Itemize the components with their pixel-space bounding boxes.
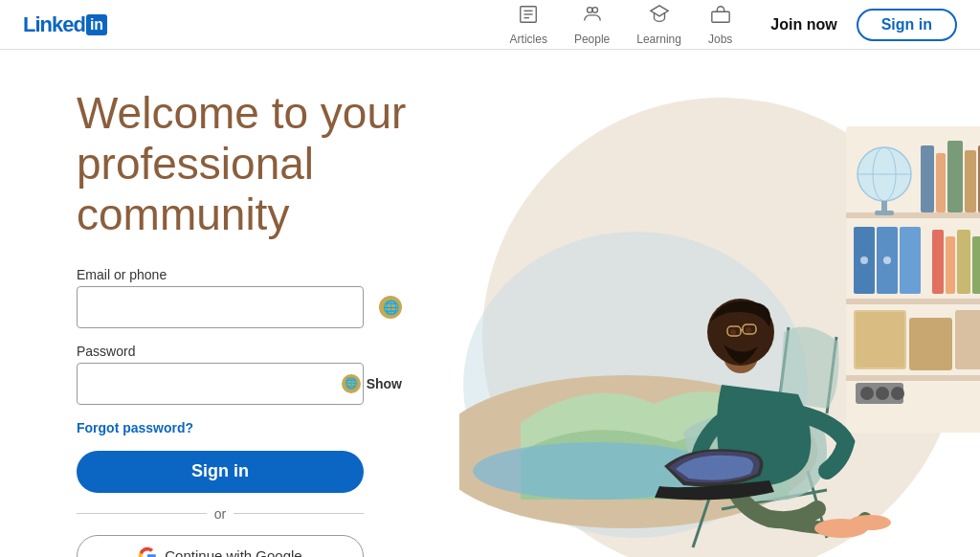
svg-rect-36 bbox=[946, 236, 955, 294]
people-icon bbox=[582, 4, 603, 30]
logo-in-box: in bbox=[86, 14, 107, 35]
main-content: Welcome to your professional community E… bbox=[0, 50, 980, 557]
svg-point-5 bbox=[592, 7, 598, 12]
svg-rect-37 bbox=[957, 230, 970, 294]
svg-rect-20 bbox=[936, 153, 946, 212]
learning-icon bbox=[649, 4, 670, 30]
svg-rect-10 bbox=[846, 212, 980, 218]
or-line-left bbox=[77, 513, 207, 514]
svg-rect-38 bbox=[972, 236, 980, 294]
sidebar-item-jobs[interactable]: Jobs bbox=[697, 0, 744, 52]
password-icon: 🌐 bbox=[342, 374, 361, 393]
show-label: Show bbox=[367, 376, 402, 391]
email-label: Email or phone bbox=[77, 267, 413, 282]
left-panel: Welcome to your professional community E… bbox=[0, 50, 459, 557]
svg-point-48 bbox=[860, 387, 874, 400]
show-password-button[interactable]: 🌐 Show bbox=[342, 374, 402, 393]
or-line-right bbox=[234, 513, 364, 514]
svg-point-33 bbox=[860, 256, 868, 264]
svg-rect-42 bbox=[856, 312, 904, 368]
sidebar-item-learning[interactable]: Learning bbox=[625, 0, 693, 52]
logo[interactable]: Linkedin bbox=[23, 12, 107, 37]
articles-icon bbox=[518, 4, 539, 30]
nav-actions: Join now Sign in bbox=[759, 9, 957, 41]
svg-rect-7 bbox=[711, 11, 728, 22]
password-input[interactable] bbox=[77, 363, 364, 405]
svg-point-34 bbox=[883, 256, 891, 264]
jobs-label: Jobs bbox=[708, 33, 732, 46]
svg-rect-12 bbox=[846, 375, 980, 381]
email-input-wrapper: 🌐 bbox=[77, 286, 413, 328]
password-input-wrapper: 🌐 Show bbox=[77, 363, 413, 405]
sidebar-item-people[interactable]: People bbox=[563, 0, 621, 52]
svg-point-49 bbox=[876, 387, 889, 400]
jobs-icon bbox=[710, 4, 731, 30]
google-button-label: Continue with Google bbox=[165, 547, 301, 557]
password-form-group: Password 🌐 Show bbox=[77, 344, 413, 405]
nav-links: Articles People Learning Jobs bbox=[499, 0, 745, 52]
svg-rect-19 bbox=[921, 145, 934, 212]
or-divider: or bbox=[77, 506, 364, 522]
forgot-password-link[interactable]: Forgot password? bbox=[77, 420, 413, 435]
svg-rect-44 bbox=[955, 310, 980, 369]
email-input[interactable] bbox=[77, 286, 364, 328]
people-label: People bbox=[574, 33, 610, 46]
sidebar-item-articles[interactable]: Articles bbox=[499, 0, 559, 52]
svg-rect-22 bbox=[965, 150, 976, 212]
logo-text: Linked bbox=[23, 12, 85, 37]
svg-rect-21 bbox=[947, 141, 963, 212]
join-now-button[interactable]: Join now bbox=[759, 11, 848, 39]
headline: Welcome to your professional community bbox=[77, 88, 413, 240]
svg-rect-18 bbox=[875, 211, 894, 215]
svg-rect-43 bbox=[909, 318, 952, 370]
right-panel bbox=[459, 50, 980, 557]
hero-illustration bbox=[459, 50, 980, 557]
svg-rect-32 bbox=[900, 227, 921, 294]
svg-point-64 bbox=[746, 327, 751, 333]
svg-marker-6 bbox=[650, 5, 667, 15]
svg-point-50 bbox=[891, 387, 904, 400]
or-text: or bbox=[214, 506, 226, 522]
email-globe-icon: 🌐 bbox=[379, 296, 402, 319]
articles-label: Articles bbox=[510, 33, 547, 46]
svg-rect-35 bbox=[932, 230, 944, 294]
svg-point-63 bbox=[730, 329, 736, 335]
learning-label: Learning bbox=[636, 33, 681, 46]
sign-in-button[interactable]: Sign in bbox=[77, 451, 364, 493]
svg-point-4 bbox=[587, 7, 592, 12]
google-icon bbox=[138, 546, 157, 557]
email-form-group: Email or phone 🌐 bbox=[77, 267, 413, 328]
google-sign-in-button[interactable]: Continue with Google bbox=[77, 535, 364, 557]
password-label: Password bbox=[77, 344, 413, 359]
navbar: Linkedin Articles People Learning Jobs bbox=[0, 0, 980, 50]
sign-in-nav-button[interactable]: Sign in bbox=[857, 9, 957, 41]
svg-point-60 bbox=[849, 515, 891, 530]
svg-rect-11 bbox=[846, 299, 980, 304]
